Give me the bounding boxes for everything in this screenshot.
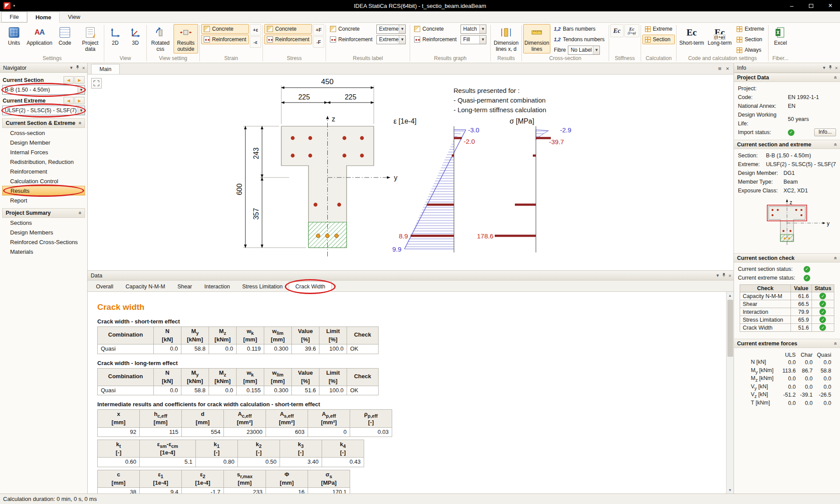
- dimension-lines-xd-button[interactable]: Dimension lines x, d: [492, 24, 520, 53]
- tab-main[interactable]: Main: [91, 64, 120, 74]
- sidebar-item-reinforcement[interactable]: Reinforcement: [2, 167, 85, 176]
- settings-extreme-toggle[interactable]: Extreme: [734, 24, 767, 34]
- scroll-thumb[interactable]: [727, 300, 733, 357]
- excel-button[interactable]: Excel: [770, 24, 791, 53]
- results-label-concrete-select[interactable]: Extreme▼: [376, 25, 406, 34]
- strain-plus-button[interactable]: +ε: [250, 24, 261, 35]
- results-label-reinforcement-select[interactable]: Extreme▼: [376, 35, 406, 44]
- strain-reinforcement-toggle[interactable]: Reinforcement: [201, 35, 249, 44]
- stress-plus-button[interactable]: +F: [313, 24, 324, 35]
- previous-extreme-button[interactable]: ◀: [64, 97, 74, 104]
- ribbon-separator: [521, 25, 522, 61]
- sidebar-item-materials[interactable]: Materials: [2, 247, 85, 256]
- pin-icon[interactable]: [75, 65, 80, 71]
- current-section-check-header[interactable]: Current section check»: [734, 253, 840, 263]
- units-button[interactable]: Units: [2, 24, 26, 53]
- current-extreme-dropdown[interactable]: ULSF(2) - SLSC(5) - SLSF(7) - S ▼: [2, 106, 85, 115]
- pin-icon[interactable]: [722, 273, 726, 278]
- tab-shear[interactable]: Shear: [171, 282, 198, 291]
- strain-bottom-fiber-value: 9.9: [392, 245, 401, 253]
- tab-stress-limitation[interactable]: Stress Limitation: [236, 282, 289, 291]
- scroll-up-button[interactable]: ▲: [727, 292, 734, 299]
- project-data-button[interactable]: Project data: [78, 24, 103, 53]
- strain-concrete-toggle[interactable]: Concrete: [201, 24, 249, 34]
- tendons-numbers-button[interactable]: 1,2Tendons numbers: [551, 35, 607, 44]
- stress-minus-button[interactable]: -F: [313, 36, 324, 48]
- pin-icon[interactable]: [828, 65, 833, 71]
- project-summary-group-header[interactable]: Project Summary »: [2, 208, 85, 218]
- intermediate-table-1: x[mm] hc,eff[mm] d[mm] Ac,eff[mm²] As,ef…: [97, 409, 392, 437]
- results-graph-concrete-select[interactable]: Hatch▼: [461, 25, 486, 34]
- table-cell: 38: [98, 487, 140, 493]
- sidebar-item-sections[interactable]: Sections: [2, 218, 85, 227]
- code-button[interactable]: Code: [53, 24, 77, 53]
- close-icon[interactable]: ×: [729, 273, 731, 278]
- sidebar-item-redistribution[interactable]: Redistribution, Reduction: [2, 157, 85, 167]
- dimension-lines-button[interactable]: Dimension lines: [523, 24, 550, 53]
- current-section-extreme-header[interactable]: Current section and extreme»: [734, 140, 840, 149]
- application-button[interactable]: AAApplication: [27, 24, 52, 53]
- vertical-scrollbar[interactable]: ▲ ▼: [726, 292, 734, 493]
- stiffness-long-button[interactable]: Ec(1+φ): [624, 24, 639, 37]
- calculation-section-toggle[interactable]: Section: [642, 35, 675, 44]
- chevron-down-icon[interactable]: ▾: [716, 273, 719, 278]
- strain-minus-button[interactable]: -ε: [250, 36, 261, 48]
- ribbon-separator: [104, 25, 104, 61]
- sidebar-item-reinforced-cross-sections[interactable]: Reinforced Cross-Sections: [2, 237, 85, 247]
- tab-interaction[interactable]: Interaction: [198, 282, 236, 291]
- sidebar-item-design-member[interactable]: Design Member: [2, 138, 85, 147]
- status-ok-icon: ✓: [804, 266, 810, 273]
- ribbon-tab-view[interactable]: View: [60, 11, 89, 22]
- close-icon[interactable]: ×: [82, 65, 85, 71]
- sidebar-item-results[interactable]: Results: [2, 186, 85, 195]
- sidebar-item-report[interactable]: Report: [2, 195, 85, 205]
- fibre-label-select[interactable]: No Label▼: [568, 46, 600, 55]
- window-list-icon[interactable]: ≡: [718, 65, 722, 72]
- table-cell: 86.7: [798, 367, 815, 375]
- bars-numbers-button[interactable]: 1,2Bars numbers: [551, 24, 607, 34]
- project-data-header[interactable]: Project Data»: [734, 73, 840, 82]
- ribbon-tab-home[interactable]: Home: [27, 12, 60, 23]
- calculation-extreme-toggle[interactable]: Extreme: [642, 24, 675, 34]
- chevron-down-icon[interactable]: ▾: [70, 65, 73, 71]
- close-icon[interactable]: ×: [835, 65, 838, 71]
- results-outside-button[interactable]: Results outside: [174, 24, 198, 53]
- app-logo-icon[interactable]: [4, 2, 11, 9]
- tab-crack-width[interactable]: Crack Width: [289, 281, 332, 292]
- current-section-dropdown[interactable]: B-B (1.50 - 4.50m) ▼: [2, 85, 85, 95]
- stiffness-short-button[interactable]: Ec: [610, 24, 624, 37]
- current-extreme-forces-header[interactable]: Current extreme forces»: [734, 339, 840, 348]
- stress-concrete-toggle[interactable]: Concrete: [264, 24, 312, 34]
- ec-long-term-button[interactable]: Ec(1+φ)Long-term: [706, 24, 733, 53]
- table-cell: 0.300: [264, 386, 292, 395]
- sidebar-item-calculation-control[interactable]: Calculation Control: [2, 176, 85, 186]
- group-label-stress: Stress: [264, 55, 324, 62]
- maximize-button[interactable]: [801, 0, 821, 11]
- ribbon-tab-file[interactable]: File: [1, 11, 27, 22]
- rotated-css-button[interactable]: Rotated css: [148, 24, 173, 53]
- next-extreme-button[interactable]: ▶: [74, 97, 85, 104]
- quick-access-caret-icon[interactable]: ▾: [13, 4, 15, 8]
- section-extreme-group-header[interactable]: Current Section & Extreme »: [2, 118, 85, 128]
- minimize-button[interactable]: –: [782, 0, 801, 11]
- sidebar-item-internal-forces[interactable]: Internal Forces: [2, 147, 85, 157]
- settings-always-toggle[interactable]: Always: [734, 45, 767, 55]
- next-section-button[interactable]: ▶: [74, 76, 85, 84]
- results-graph-reinforcement-select[interactable]: Fill▼: [461, 35, 486, 44]
- sidebar-item-cross-section[interactable]: Cross-section: [2, 128, 85, 138]
- scroll-down-button[interactable]: ▼: [727, 486, 734, 493]
- stress-reinforcement-toggle[interactable]: Reinforcement: [264, 35, 312, 44]
- tab-capacity-nmm[interactable]: Capacity N-M-M: [120, 282, 171, 291]
- settings-section-toggle[interactable]: Section: [734, 35, 767, 44]
- fit-view-button[interactable]: [91, 78, 102, 89]
- ec-short-term-button[interactable]: EcShort-term: [678, 24, 705, 53]
- close-button[interactable]: ×: [821, 0, 840, 11]
- close-view-icon[interactable]: ×: [726, 65, 729, 72]
- sidebar-item-design-members[interactable]: Design Members: [2, 227, 85, 237]
- previous-section-button[interactable]: ◀: [64, 76, 74, 84]
- 3d-button[interactable]: 3D: [126, 24, 145, 53]
- 2d-button[interactable]: 2D: [106, 24, 125, 53]
- tab-overall[interactable]: Overall: [90, 282, 120, 291]
- info-button[interactable]: Info...: [814, 128, 836, 136]
- chevron-down-icon[interactable]: ▾: [823, 65, 826, 71]
